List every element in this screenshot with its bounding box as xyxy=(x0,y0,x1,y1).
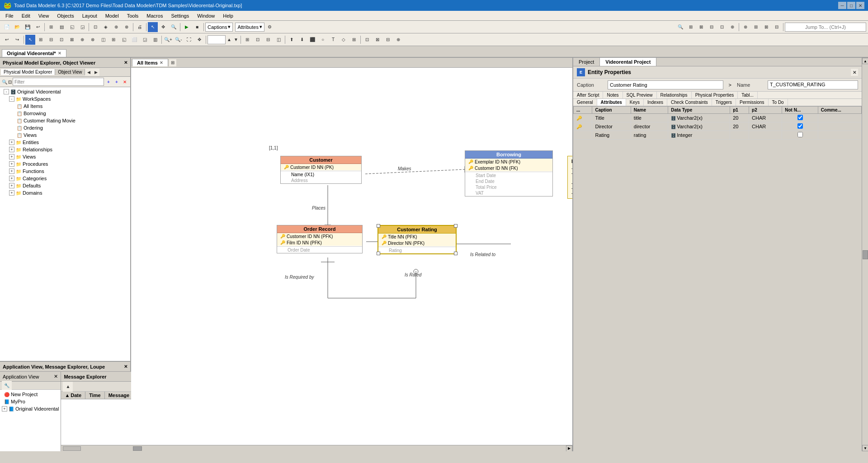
tool15[interactable]: ⊗ xyxy=(741,22,750,32)
tree-procedures[interactable]: + 📁 Procedures xyxy=(0,160,130,168)
row3-name[interactable]: rating xyxy=(631,131,668,140)
caption-value[interactable]: Customer Rating xyxy=(608,80,723,89)
entity-customer[interactable]: Customer 🔑 Customer ID NN (PK) Name (IX1… xyxy=(280,156,362,184)
tool4[interactable]: ◲ xyxy=(77,22,87,32)
row1-name[interactable]: title xyxy=(631,114,668,122)
expand-procedures[interactable]: + xyxy=(9,161,14,167)
row2-comment[interactable] xyxy=(818,122,861,131)
menu-item-edit[interactable]: Edit xyxy=(18,12,34,19)
tool-u[interactable]: ◇ xyxy=(339,35,349,45)
tool12[interactable]: ⊟ xyxy=(707,22,717,32)
v-scroll-thumb[interactable] xyxy=(863,250,868,259)
message-col[interactable]: Message xyxy=(105,392,133,399)
captions-dropdown[interactable]: Captions ▾ xyxy=(205,23,233,32)
align-left[interactable]: ⊞ xyxy=(242,35,252,45)
tool3[interactable]: ◱ xyxy=(67,22,77,32)
tool-f[interactable]: ◫ xyxy=(98,35,108,45)
attributes-tab[interactable]: Attributes xyxy=(597,99,626,106)
tree-all-items[interactable]: 📋 All Items xyxy=(0,103,130,110)
tree-views[interactable]: + 📁 Views xyxy=(0,153,130,160)
tool-j[interactable]: ◲ xyxy=(140,35,150,45)
tree-views-ws[interactable]: 📋 Views xyxy=(0,131,130,139)
tree-ordering[interactable]: 📋 Ordering xyxy=(0,124,130,131)
general-tab[interactable]: General xyxy=(573,99,597,106)
stop-btn[interactable]: ■ xyxy=(192,22,202,32)
msg-scroll[interactable] xyxy=(61,445,133,451)
object-view-tab[interactable]: Object View xyxy=(55,69,85,75)
tool13[interactable]: ⊡ xyxy=(717,22,727,32)
entity-tool[interactable]: ⊞ xyxy=(36,35,46,45)
physical-model-tab[interactable]: Physical Model Explorer xyxy=(1,69,55,75)
zoom-input[interactable]: 100 xyxy=(208,35,226,44)
entity-customer-rating[interactable]: Customer Rating 🔑 Title NN (PFK) 🔑 Direc… xyxy=(377,225,457,254)
tool5[interactable]: ⊡ xyxy=(90,22,100,32)
zoom-step-up[interactable]: ▲ xyxy=(226,35,232,45)
tree-relationships[interactable]: + 📁 Relationships xyxy=(0,146,130,153)
expand-views[interactable]: + xyxy=(9,154,14,159)
menu-item-window[interactable]: Window xyxy=(193,12,218,19)
canvas-scrollbar-v[interactable]: ▲ ▼ xyxy=(862,58,868,451)
zoom-tool[interactable]: 🔍 xyxy=(169,22,179,32)
mypro-item[interactable]: 📘 MyPro xyxy=(0,398,61,405)
check-constraints-tab[interactable]: Check Constraints xyxy=(667,99,712,106)
expand-categories[interactable]: + xyxy=(9,176,14,181)
tool-h[interactable]: ◱ xyxy=(119,35,129,45)
print-btn[interactable]: 🖨 xyxy=(135,22,145,32)
save-btn[interactable]: 💾 xyxy=(23,22,33,32)
pan[interactable]: ✥ xyxy=(194,35,204,45)
after-script-tab[interactable]: After Script xyxy=(573,92,603,98)
sql-preview-tab[interactable]: SQL Preview xyxy=(623,92,657,98)
select2[interactable]: ↖ xyxy=(25,35,35,45)
tool-g[interactable]: ⊞ xyxy=(108,35,118,45)
menu-item-layout[interactable]: Layout xyxy=(79,12,101,19)
relationships-tab[interactable]: Relationships xyxy=(657,92,692,98)
row3-notnull[interactable] xyxy=(782,131,818,140)
tool-v[interactable]: ⊞ xyxy=(349,35,359,45)
indexes-tab[interactable]: Indexes xyxy=(644,99,667,106)
tool2[interactable]: ▤ xyxy=(57,22,66,32)
tool-n[interactable]: ⊟ xyxy=(263,35,273,45)
menu-item-settings[interactable]: Settings xyxy=(167,12,193,19)
tool-z[interactable]: ⊕ xyxy=(393,35,403,45)
tool14[interactable]: ⊕ xyxy=(727,22,737,32)
close-button[interactable]: ✕ xyxy=(856,2,864,9)
todo-tab[interactable]: To Do xyxy=(769,99,788,106)
row3-notnull-checkbox[interactable] xyxy=(797,132,803,137)
time-col[interactable]: Time xyxy=(85,392,104,399)
row3-comment[interactable] xyxy=(818,131,861,140)
zoom-fit[interactable]: ⛶ xyxy=(184,35,194,45)
entity-order-record[interactable]: Order Record 🔑 Customer ID NN (PFK) 🔑 Fi… xyxy=(277,225,363,253)
select-tool[interactable]: ↖ xyxy=(148,22,158,32)
tool-p[interactable]: ⬆ xyxy=(287,35,297,45)
zoom-step-down[interactable]: ▼ xyxy=(233,35,239,45)
all-items-tab-close[interactable]: ✕ xyxy=(160,61,163,65)
left-panel-close[interactable]: ✕ xyxy=(124,60,127,65)
entity-props-close[interactable]: ✕ xyxy=(851,69,858,76)
app-view-close[interactable]: ✕ xyxy=(54,374,58,379)
tool-q[interactable]: ⬇ xyxy=(297,35,307,45)
physical-props-tab[interactable]: Physical Properties xyxy=(692,92,738,98)
move-tool[interactable]: ✥ xyxy=(158,22,168,32)
menu-item-view[interactable]: View xyxy=(35,12,53,19)
menu-item-model[interactable]: Model xyxy=(102,12,123,19)
row2-caption[interactable]: Director xyxy=(592,122,631,131)
permissions-tab[interactable]: Permissions xyxy=(736,99,768,106)
filter-clear[interactable]: ✕ xyxy=(121,78,128,85)
project-tab[interactable]: Project xyxy=(573,58,600,66)
menu-item-macros[interactable]: Macros xyxy=(143,12,166,19)
menu-item-tools[interactable]: Tools xyxy=(123,12,142,19)
expand-defaults[interactable]: + xyxy=(9,183,14,188)
expand-original-videorental[interactable]: + xyxy=(2,406,7,412)
tool11[interactable]: ⊠ xyxy=(696,22,706,32)
tool-x[interactable]: ⊠ xyxy=(373,35,382,45)
tool6[interactable]: ◈ xyxy=(101,22,111,32)
row2-name[interactable]: director xyxy=(631,122,668,131)
tool9[interactable]: ⚙ xyxy=(265,22,275,32)
filter-input[interactable] xyxy=(13,78,104,86)
expand-domains[interactable]: + xyxy=(9,190,14,196)
videorental-project-tab[interactable]: Videorental Project xyxy=(600,58,656,66)
row1-caption[interactable]: Title xyxy=(592,114,631,122)
table-tab[interactable]: Tabl... xyxy=(738,92,758,98)
menu-item-objects[interactable]: Objects xyxy=(53,12,77,19)
tool-o[interactable]: ◫ xyxy=(274,35,283,45)
